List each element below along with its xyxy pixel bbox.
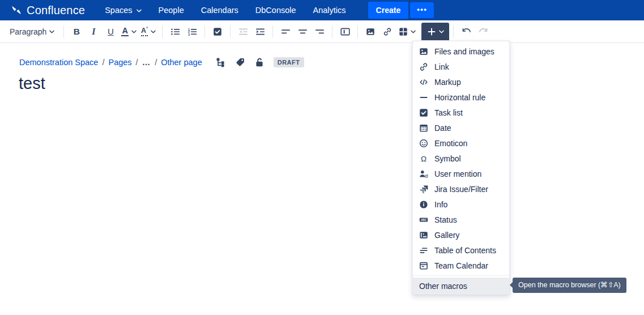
labels-tag-icon[interactable] [235,57,245,67]
redo-button[interactable] [475,23,492,40]
menu-item-files-and-images[interactable]: Files and images [413,44,509,59]
text-color-dropdown[interactable]: A [119,23,138,40]
menu-item-info[interactable]: Info [413,197,509,212]
breadcrumb-item-ellipsis[interactable]: … [142,58,151,67]
date-icon [419,124,428,133]
insert-link-button[interactable] [379,23,396,40]
outdent-button[interactable] [234,23,251,40]
nav-item-calendars[interactable]: Calendars [193,0,247,20]
nav-item-spaces[interactable]: Spaces [96,0,150,20]
gallery-icon [419,231,428,240]
menu-item-symbol[interactable]: ΩSymbol [413,151,509,166]
redo-icon [479,27,488,36]
markup-icon [419,78,428,87]
paragraph-style-dropdown[interactable]: Paragraph [5,23,59,40]
menu-item-team-calendar[interactable]: Team Calendar [413,258,509,273]
align-center-button[interactable] [294,23,311,40]
create-button[interactable]: Create [368,2,409,19]
chevron-down-icon [439,30,444,33]
menu-item-markup[interactable]: Markup [413,74,509,90]
menu-item-link[interactable]: Link [413,59,509,74]
nav-items: SpacesPeopleCalendarsDbConsoleAnalytics [96,0,354,20]
draft-badge: DRAFT [274,57,304,67]
task-list-button[interactable] [209,23,226,40]
chevron-down-icon [137,9,142,12]
insert-table-dropdown[interactable] [396,23,418,40]
toolbar-divider [162,25,163,38]
align-center-icon [298,27,308,36]
symbol-icon: Ω [419,154,428,163]
chevron-down-icon [411,30,416,33]
nav-more-button[interactable]: ••• [410,2,434,18]
jira-icon [419,185,428,194]
menu-item-other-macros[interactable]: Other macros [413,278,509,294]
chevron-down-icon [49,30,54,33]
align-right-button[interactable] [311,23,328,40]
toc-icon [419,246,428,255]
menu-item-user-mention[interactable]: @User mention [413,166,509,181]
breadcrumb-item-demonstration-space[interactable]: Demonstration Space [19,58,98,67]
breadcrumb-separator: / [98,58,108,67]
svg-text:@: @ [425,173,428,178]
plus-icon [427,27,436,36]
breadcrumb-item-other-page[interactable]: Other page [161,58,202,67]
nav-item-dbconsole[interactable]: DbConsole [247,0,305,20]
nav-item-analytics[interactable]: Analytics [305,0,355,20]
page-title-input[interactable]: test [19,74,45,93]
chevron-down-icon [151,30,156,33]
underline-button[interactable]: U [102,23,119,40]
undo-icon [462,27,471,36]
align-left-icon [281,27,291,36]
menu-item-emoticon[interactable]: Emoticon [413,135,509,151]
link-icon [419,62,428,71]
other-macros-label: Other macros [419,282,467,291]
numbered-list-button[interactable]: 123 [184,23,201,40]
bold-button[interactable]: B [68,23,85,40]
insert-plus-dropdown[interactable] [421,23,449,40]
menu-item-jira-issue-filter[interactable]: Jira Issue/Filter [413,181,509,197]
link-icon [383,27,393,36]
more-formatting-dropdown[interactable]: A° [139,23,158,40]
top-navbar: Confluence SpacesPeopleCalendarsDbConsol… [0,0,644,20]
toolbar-divider [63,25,64,38]
toolbar-divider [332,25,332,38]
user-mention-icon: @ [419,169,428,178]
unlock-icon[interactable] [254,57,265,67]
toolbar-divider [204,25,205,38]
menu-item-status[interactable]: ABCStatus [413,212,509,227]
breadcrumb-item-pages[interactable]: Pages [108,58,131,67]
breadcrumb: Demonstration Space/Pages/…/Other page D… [19,56,304,69]
toolbar-divider [272,25,273,38]
svg-text:3: 3 [188,32,190,36]
bullet-list-button[interactable] [167,23,184,40]
menu-item-task-list[interactable]: Task list [413,105,509,120]
svg-text:Ω: Ω [421,154,427,163]
emoticon-icon [419,139,428,148]
page-layout-icon [340,27,350,36]
task-list-icon [213,27,223,36]
insert-files-button[interactable] [362,23,379,40]
page-layout-button[interactable] [336,23,353,40]
menu-divider [413,275,509,276]
align-left-button[interactable] [277,23,294,40]
confluence-home-link[interactable]: Confluence [10,4,85,17]
chevron-down-icon [131,30,137,33]
menu-item-gallery[interactable]: Gallery [413,227,509,242]
macro-browser-tooltip: Open the macro browser (⌘⇧A) [513,278,626,293]
menu-item-horizontal-rule[interactable]: Horizontal rule [413,90,509,105]
undo-button[interactable] [458,23,475,40]
breadcrumb-separator: / [132,58,142,67]
breadcrumb-separator: / [151,58,161,67]
align-right-icon [315,27,325,36]
indent-button[interactable] [251,23,268,40]
team-calendar-icon [419,261,428,270]
menu-item-table-of-contents[interactable]: Table of Contents [413,242,509,258]
page-tree-icon[interactable] [216,57,226,67]
editor-toolbar: Paragraph B I U A A° 123 [0,20,644,43]
menu-item-date[interactable]: Date [413,120,509,135]
status-icon: ABC [419,215,428,224]
italic-button[interactable]: I [85,23,102,40]
toolbar-divider [357,25,358,38]
breadcrumb-icons [216,57,265,67]
nav-item-people[interactable]: People [150,0,193,20]
